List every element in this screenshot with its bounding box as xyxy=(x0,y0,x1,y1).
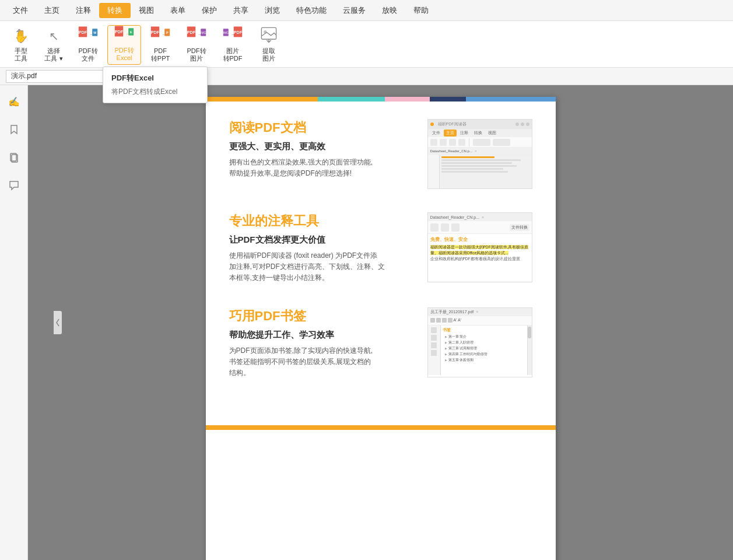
bm-item-2: 第二章 入职管理 xyxy=(443,340,525,345)
svg-text:PDF: PDF xyxy=(187,30,196,35)
svg-text:✋: ✋ xyxy=(14,29,29,43)
bm-item-3: 第三章 试用期管理 xyxy=(443,346,525,351)
menu-slideshow[interactable]: 放映 xyxy=(374,3,405,18)
menu-browse[interactable]: 浏览 xyxy=(257,3,288,18)
teal-bar xyxy=(318,97,385,102)
pdf-to-ppt-button[interactable]: PDF → P PDF转PPT xyxy=(143,25,177,65)
bm-tools: A' A' xyxy=(428,316,532,326)
bm-header: 员工手册_20120917.pdf × xyxy=(428,308,532,316)
menu-bar: 文件 主页 注释 转换 视图 表单 保护 共享 浏览 特色功能 云服务 放映 帮… xyxy=(0,0,733,21)
svg-text:PDF: PDF xyxy=(79,30,87,35)
bm-list: 书签 第一章 简介 第二章 入职管理 第三章 试用期管理 第四章 工作时间与勤假… xyxy=(441,326,527,375)
preview1-sidebar-mini xyxy=(428,155,440,189)
preview1-toolbar: 福昕PDF阅读器 xyxy=(428,120,532,129)
bm-side-icon3 xyxy=(431,342,437,348)
svg-text:PDF: PDF xyxy=(115,29,124,34)
preview1-min xyxy=(521,123,524,126)
anno-subtitle: 免费、快速、安全 xyxy=(430,236,529,243)
sidebar-pages-icon[interactable] xyxy=(3,147,24,168)
section-bookmark: 巧用PDF书签 帮助您提升工作、学习效率 为PDF页面添加书签,除了实现内容的快… xyxy=(229,307,532,379)
tooltip-title: PDF转Excel xyxy=(111,73,199,83)
pdf-excel-icon: PDF → E xyxy=(114,24,135,45)
img-pdf-label: 图片转PDF xyxy=(223,47,243,62)
pdf-ppt-label: PDF转PPT xyxy=(151,47,170,62)
preview1-filename: Datasheet_Reader_CN.p... xyxy=(430,149,472,153)
pdf-to-image-button[interactable]: PDF → IMG PDF转图片 xyxy=(180,25,213,65)
bm-filename: 员工手册_20120917.pdf xyxy=(430,309,474,315)
menu-features[interactable]: 特色功能 xyxy=(288,3,335,18)
darkblue-bar xyxy=(430,97,466,102)
section-anno-subtitle: 让PDF文档发挥更大价值 xyxy=(229,235,416,246)
extract-image-button[interactable]: 提取图片 xyxy=(252,25,286,65)
anno-tool3 xyxy=(451,223,460,232)
main-content: ✍ xyxy=(0,85,733,560)
menu-convert[interactable]: 转换 xyxy=(99,3,131,18)
preview1-close xyxy=(515,123,519,126)
anno-tool1 xyxy=(430,223,439,232)
color-bars xyxy=(206,97,556,102)
preview1-tab-convert: 转换 xyxy=(472,130,485,136)
svg-text:✍: ✍ xyxy=(8,96,20,107)
preview1-tabbar: 文件 主页 注释 转换 视图 xyxy=(428,129,532,137)
bm-item-5: 第五章 休薪假期 xyxy=(443,358,525,363)
svg-text:IMG: IMG xyxy=(201,32,206,34)
section-read-subtitle: 更强大、更实用、更高效 xyxy=(229,141,416,152)
section-bm-preview: 员工手册_20120917.pdf × A' A' xyxy=(427,307,532,377)
menu-annotation[interactable]: 注释 xyxy=(68,3,99,18)
pdf-to-word-button[interactable]: PDF → W PDF转文件 xyxy=(71,25,105,65)
svg-text:↖: ↖ xyxy=(49,30,59,43)
anno-header: Datasheet_Reader_CN.p... × xyxy=(428,213,532,221)
menu-view[interactable]: 视图 xyxy=(131,3,162,18)
menu-protect[interactable]: 保护 xyxy=(194,3,225,18)
preview1-max xyxy=(526,123,529,126)
pdf-image-label: PDF转图片 xyxy=(187,47,206,62)
bm-sidebar xyxy=(428,326,441,375)
bm-tool4 xyxy=(448,318,453,323)
hand-tool-label: 手型 工具 xyxy=(15,47,27,62)
svg-text:P: P xyxy=(166,31,169,34)
left-sidebar: ✍ xyxy=(0,85,28,560)
tooltip-desc: 将PDF文档转成Excel xyxy=(111,87,199,97)
section-bm-text: 巧用PDF书签 帮助您提升工作、学习效率 为PDF页面添加书签,除了实现内容的快… xyxy=(229,307,416,379)
menu-file[interactable]: 文件 xyxy=(5,3,36,18)
hand-tool-button[interactable]: ✋ 手型 工具 xyxy=(6,25,36,65)
toolbar: ✋ 手型 工具 ↖ 选择工具 ▾ PDF → W PDF转文件 xyxy=(0,21,733,68)
section-read-pdf: 阅读PDF文档 更强大、更实用、更高效 拥有出色的文档渲染效果,强大的页面管理功… xyxy=(229,119,532,189)
menu-form[interactable]: 表单 xyxy=(162,3,194,18)
image-to-pdf-button[interactable]: IMG → PDF 图片转PDF xyxy=(216,25,250,65)
section-read-title: 阅读PDF文档 xyxy=(229,119,416,136)
pdf-ppt-icon: PDF → P xyxy=(150,24,171,46)
menu-help[interactable]: 帮助 xyxy=(405,3,437,18)
anno-highlight: 福昕阅读器是一款功能强大的PDF阅读软件,具有极佳质量。福昕阅读器采用Offic… xyxy=(430,245,529,255)
section-anno-preview: Datasheet_Reader_CN.p... × 文件转换 免费、快速、安全 xyxy=(427,212,532,282)
pdf-content: 阅读PDF文档 更强大、更实用、更高效 拥有出色的文档渲染效果,强大的页面管理功… xyxy=(206,102,556,419)
section-anno-title: 专业的注释工具 xyxy=(229,212,416,230)
select-tool-button[interactable]: ↖ 选择工具 ▾ xyxy=(38,25,69,65)
section-anno-text: 专业的注释工具 让PDF文档发挥更大价值 使用福昕PDF阅读器 (foxit r… xyxy=(229,212,416,284)
sidebar-bookmark-icon[interactable] xyxy=(3,119,24,140)
pdf-word-icon: PDF → W xyxy=(78,24,99,46)
img-pdf-icon: IMG → PDF xyxy=(222,24,243,46)
extract-label: 提取图片 xyxy=(262,47,275,62)
bm-panel-title: 书签 xyxy=(443,327,525,333)
section-bm-desc: 为PDF页面添加书签,除了实现内容的快速导航,书签还能指明不同书签的层级关系,展… xyxy=(229,345,416,379)
collapse-sidebar-button[interactable] xyxy=(54,311,62,334)
bm-tool5: A' A' xyxy=(454,318,462,323)
preview1-tab-home: 主页 xyxy=(444,130,457,136)
pdf-excel-label: PDF转Excel xyxy=(115,47,134,62)
sidebar-comment-icon[interactable] xyxy=(3,175,24,196)
bm-side-icon2 xyxy=(431,335,437,341)
menu-share[interactable]: 共享 xyxy=(225,3,257,18)
section-bm-subtitle: 帮助您提升工作、学习效率 xyxy=(229,330,416,341)
section-read-text: 阅读PDF文档 更强大、更实用、更高效 拥有出色的文档渲染效果,强大的页面管理功… xyxy=(229,119,416,189)
anno-content: 免费、快速、安全 福昕阅读器是一款功能强大的PDF阅读软件,具有极佳质量。福昕阅… xyxy=(428,234,532,264)
pdf-to-excel-button[interactable]: PDF → E PDF转Excel xyxy=(107,25,141,65)
bm-tool1 xyxy=(430,318,435,323)
menu-home[interactable]: 主页 xyxy=(36,3,68,18)
sidebar-hand-icon[interactable]: ✍ xyxy=(3,91,24,112)
svg-text:PDF: PDF xyxy=(234,30,243,35)
pdf-page: 阅读PDF文档 更强大、更实用、更高效 拥有出色的文档渲染效果,强大的页面管理功… xyxy=(206,97,556,560)
anno-text: 福昕阅读器是一款功能强大的PDF阅读软件,具有极佳质量。福昕阅读器采用Offic… xyxy=(430,244,529,261)
menu-cloud[interactable]: 云服务 xyxy=(335,3,374,18)
bm-panel: 书签 第一章 简介 第二章 入职管理 第三章 试用期管理 第四章 工作时间与勤假… xyxy=(428,326,532,375)
